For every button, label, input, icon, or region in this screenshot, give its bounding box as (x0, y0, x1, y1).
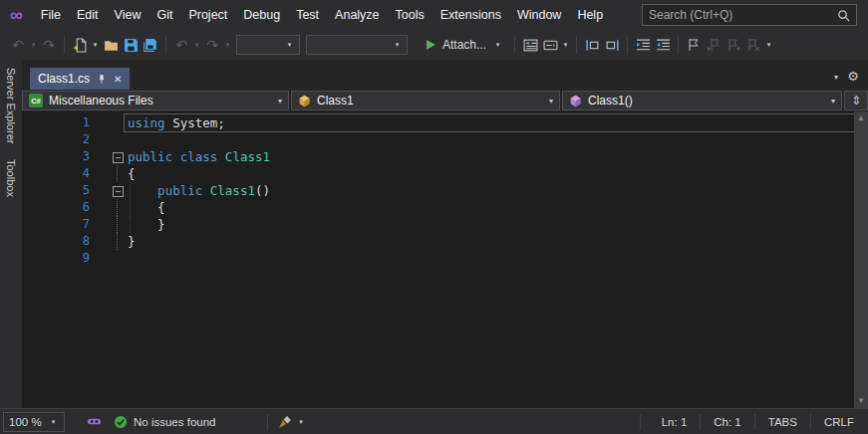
quick-info-icon[interactable] (582, 34, 602, 56)
type-dropdown-label: Class1 (317, 94, 354, 108)
csharp-file-icon: C# (29, 94, 43, 108)
zoom-dropdown-icon: ▾ (48, 418, 59, 426)
navigate-backward-icon[interactable]: ↶ (8, 34, 28, 56)
new-file-icon[interactable] (70, 34, 90, 56)
code-cleanup-dropdown-icon[interactable]: ▾ (295, 418, 306, 426)
standard-toolbar: ↶ ▾ ↷ ▾ ↶ ▾ ↷ ▾ ▾ ▾ Atta (0, 30, 868, 60)
menu-item-analyze[interactable]: Analyze (327, 4, 387, 26)
pin-icon[interactable] (97, 74, 107, 85)
zoom-dropdown[interactable]: 100 % ▾ (3, 412, 65, 432)
indent-mode-indicator[interactable]: TABS (757, 416, 808, 428)
toolbar-dropdown-icon[interactable]: ▾ (560, 41, 571, 49)
side-tab-server-explorer[interactable]: Server Explorer (5, 68, 17, 143)
menu-item-git[interactable]: Git (148, 4, 180, 26)
vertical-scrollbar[interactable]: ▲ ▼ (854, 111, 868, 408)
code-line-3[interactable]: 3public class Class1 (22, 148, 854, 165)
project-dropdown[interactable]: C# Miscellaneous Files ▾ (22, 91, 289, 110)
word-completion-icon[interactable] (602, 34, 622, 56)
code-line-2[interactable]: 2 (22, 131, 854, 148)
fold-collapse-button[interactable] (112, 148, 125, 165)
undo-icon[interactable]: ↶ (171, 34, 191, 56)
toggle-bookmark-icon[interactable] (684, 34, 704, 56)
search-box[interactable] (642, 4, 857, 26)
code-line-9[interactable]: 9 (22, 250, 854, 267)
menu-item-tools[interactable]: Tools (388, 4, 433, 26)
clear-bookmarks-icon[interactable] (743, 34, 763, 56)
status-separator (640, 414, 641, 430)
code-line-6[interactable]: 6 { (22, 199, 854, 216)
toolbar-overflow-icon[interactable]: ▾ (763, 41, 774, 49)
scroll-down-icon[interactable]: ▼ (854, 394, 868, 408)
menu-item-edit[interactable]: Edit (69, 4, 107, 26)
open-file-icon[interactable] (101, 34, 121, 56)
menu-item-test[interactable]: Test (288, 4, 327, 26)
code-line-8[interactable]: 8} (22, 233, 854, 250)
code-token: { (128, 200, 165, 215)
save-all-icon[interactable] (141, 34, 160, 56)
code-line-7[interactable]: 7 } (22, 216, 854, 233)
visual-studio-logo-icon: ∞ (10, 0, 23, 30)
solution-configuration-combobox[interactable]: ▾ (236, 35, 300, 55)
indent-decrease-icon[interactable] (633, 34, 653, 56)
line-number: 3 (22, 148, 90, 165)
copilot-icon[interactable] (87, 414, 102, 429)
navigate-forward-icon[interactable]: ↷ (39, 34, 59, 56)
code-text: public class Class1 (125, 148, 854, 165)
menu-item-project[interactable]: Project (180, 4, 235, 26)
code-editor[interactable]: 1using System;23public class Class14{5 p… (22, 111, 868, 408)
split-window-button[interactable]: ⇕ (844, 91, 868, 110)
code-token (202, 183, 210, 198)
code-text: public Class1() (125, 182, 854, 199)
menu-item-help[interactable]: Help (569, 4, 611, 26)
column-indicator[interactable]: Ch: 1 (703, 416, 752, 428)
search-input[interactable] (649, 8, 837, 22)
redo-dropdown-icon[interactable]: ▾ (222, 41, 233, 49)
redo-icon[interactable]: ↷ (202, 34, 222, 56)
menu-item-view[interactable]: View (107, 4, 149, 26)
attach-dropdown-icon[interactable]: ▾ (492, 41, 503, 49)
indent-increase-icon[interactable] (653, 34, 673, 56)
menu-item-window[interactable]: Window (509, 4, 569, 26)
solution-platform-combobox[interactable]: ▾ (306, 35, 408, 55)
code-cleanup-button[interactable]: ▾ (278, 415, 306, 429)
code-token: } (128, 234, 136, 249)
navigate-backward-dropdown-icon[interactable]: ▾ (28, 41, 39, 49)
toolbar-separator (678, 36, 679, 54)
undo-dropdown-icon[interactable]: ▾ (191, 41, 202, 49)
new-file-dropdown-icon[interactable]: ▾ (90, 41, 101, 49)
menu-item-debug[interactable]: Debug (235, 4, 288, 26)
previous-bookmark-icon[interactable] (704, 34, 723, 56)
save-icon[interactable] (121, 34, 141, 56)
fold-collapse-button[interactable] (112, 182, 125, 199)
close-tab-icon[interactable]: ✕ (114, 74, 122, 85)
member-dropdown[interactable]: Class1() ▾ (562, 91, 842, 110)
code-token: public (157, 183, 202, 198)
type-dropdown[interactable]: Class1 ▾ (291, 91, 560, 110)
code-token (128, 183, 157, 198)
scroll-up-icon[interactable]: ▲ (854, 111, 868, 125)
code-line-5[interactable]: 5 public Class1() (22, 182, 854, 199)
code-line-4[interactable]: 4{ (22, 165, 854, 182)
code-text: { (125, 199, 854, 216)
side-tab-toolbox[interactable]: Toolbox (5, 159, 17, 197)
attach-button[interactable]: Attach... ▾ (419, 34, 509, 56)
tab-title: Class1.cs (38, 72, 90, 86)
line-ending-indicator[interactable]: CRLF (813, 416, 865, 428)
fold-margin (112, 114, 125, 131)
document-health-indicator[interactable]: No issues found (114, 415, 215, 429)
line-indicator[interactable]: Ln: 1 (651, 416, 699, 428)
health-message: No issues found (134, 416, 215, 428)
menu-item-file[interactable]: File (33, 4, 69, 26)
code-token: { (128, 166, 136, 181)
tab-settings-gear-icon[interactable]: ⚙ (847, 69, 859, 84)
member-list-icon[interactable] (520, 34, 540, 56)
code-line-1[interactable]: 1using System; (22, 114, 854, 131)
tab-list-dropdown-icon[interactable]: ▾ (834, 73, 838, 82)
next-bookmark-icon[interactable] (723, 34, 743, 56)
parameter-info-icon[interactable] (540, 34, 560, 56)
tab-class1-cs[interactable]: Class1.cs ✕ (30, 68, 130, 90)
class-icon (298, 95, 311, 108)
search-icon[interactable] (837, 9, 850, 22)
toolbar-separator (627, 36, 628, 54)
menu-item-extensions[interactable]: Extensions (433, 4, 509, 26)
